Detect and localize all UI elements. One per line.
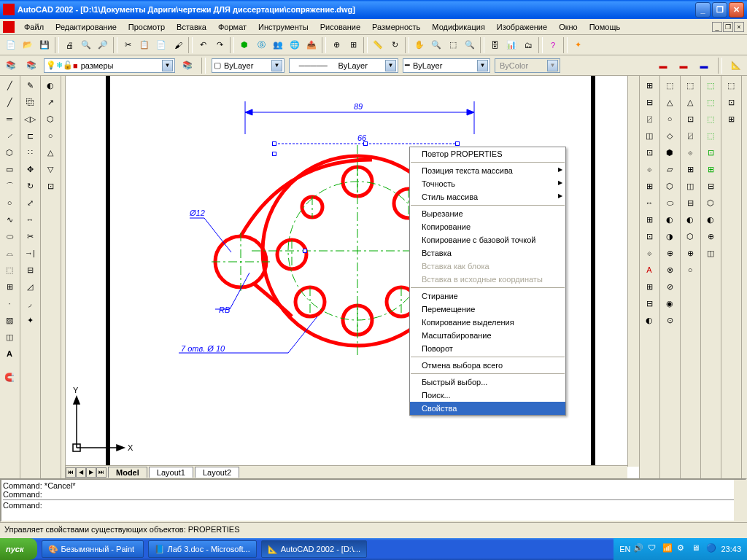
r4h[interactable]: ⬡ [703,195,719,211]
tab-next[interactable]: ▶ [86,467,96,478]
drawing-canvas[interactable]: 89 66 [66,76,639,478]
r2o[interactable]: ⊙ [662,312,678,328]
layer-prev-icon[interactable]: 📚 [23,58,39,74]
cm-copy[interactable]: Копирование [410,220,565,233]
r2d[interactable]: ◇ [662,128,678,144]
menu-edit[interactable]: Редактирование [50,21,122,33]
print-button[interactable]: 🖨 [61,37,77,53]
tracking-button[interactable]: ⊕ [328,37,344,53]
r1i[interactable]: ⊞ [641,211,657,228]
r4a[interactable]: ⬚ [703,77,719,93]
m2b-icon[interactable]: ↗ [42,94,58,110]
r1n[interactable]: ⊟ [641,295,657,311]
erase-icon[interactable]: ✎ [22,77,38,93]
chamfer-icon[interactable]: ◿ [22,279,38,295]
ucs-button[interactable]: ⊞ [345,37,361,53]
line-icon[interactable]: ╱ [1,77,18,93]
spline-icon[interactable]: ∿ [1,211,18,228]
cm-copysel[interactable]: Копирование выделения [410,316,565,329]
mdi-minimize[interactable]: _ [712,22,722,32]
adc-button[interactable]: 🗂 [520,37,536,53]
maximize-button[interactable]: ❐ [712,2,727,18]
tray-icon[interactable]: 📶 [662,543,674,555]
magnet-icon[interactable]: 🧲 [1,369,18,385]
r4d[interactable]: ⬚ [703,128,719,144]
r1l[interactable]: A [641,262,657,278]
menu-file[interactable]: Файл [19,21,49,33]
menu-modify[interactable]: Модификация [427,21,490,33]
copy-icon[interactable]: ⿻ [22,94,38,110]
break-icon[interactable]: ⊟ [22,262,38,278]
makeblock-icon[interactable]: ⊞ [1,279,18,295]
grip-handle[interactable] [455,141,460,146]
xline-icon[interactable]: ╱ [1,94,18,110]
mdi-doc-icon[interactable] [3,21,15,33]
trim-icon[interactable]: ✂ [22,228,38,244]
dimstyle-icon[interactable]: 📐 [728,58,744,74]
dim2-icon[interactable]: ▬ [676,58,692,74]
r1c[interactable]: ⍁ [641,111,657,127]
r1m[interactable]: ⊞ [641,279,657,295]
r4k[interactable]: ◫ [703,245,719,261]
m2d-icon[interactable]: ○ [42,128,58,144]
dropdown-arrow-icon[interactable]: ▼ [477,60,488,71]
m2a-icon[interactable]: ◐ [42,77,58,93]
explode-icon[interactable]: ✦ [22,312,38,328]
region-icon[interactable]: ◫ [1,329,18,345]
r2h[interactable]: ⬭ [662,195,678,211]
text-icon[interactable]: A [1,346,18,362]
r1k[interactable]: ⟐ [641,245,657,261]
stretch-icon[interactable]: ↔ [22,211,38,228]
task-paint[interactable]: 🎨Безымянный - Paint [42,540,144,558]
cm-deselect[interactable]: Отмена выбора всего [410,359,565,372]
cm-qselect[interactable]: Быстрый выбор... [410,376,565,389]
grip-handle[interactable] [363,141,368,146]
lang-indicator[interactable]: EN [619,545,630,553]
redo-button[interactable]: ↷ [212,37,228,53]
zoomrt-button[interactable]: 🔍 [428,37,444,53]
cm-erase[interactable]: Стирание [410,289,565,303]
r2k[interactable]: ⊕ [662,245,678,261]
r3f[interactable]: ⊞ [682,161,698,177]
r3e[interactable]: ⟐ [682,144,698,160]
find-button[interactable]: 🔎 [95,37,111,53]
task-word[interactable]: 📘Лаб 3.doc - Microsoft... [148,540,257,558]
rotate-icon[interactable]: ↻ [22,178,38,194]
save-button[interactable]: 💾 [36,37,53,53]
r2i[interactable]: ◐ [662,211,678,228]
cm-rotate[interactable]: Поворот [410,342,565,355]
help-button[interactable]: ? [545,37,561,53]
active-assist[interactable]: ✦ [570,37,586,53]
command-line[interactable]: Command: *Cancel* Command: Command: [0,478,747,522]
r1f[interactable]: ⟐ [641,161,657,177]
r1h[interactable]: ↔ [641,195,657,211]
tray-icon[interactable]: 🔵 [706,543,718,555]
zoomwin-button[interactable]: ⬚ [445,37,461,53]
cmd-scrollbar[interactable] [734,480,746,521]
close-button[interactable]: ✕ [729,2,744,18]
cm-precision[interactable]: Точность [410,177,565,190]
open-button[interactable]: 📂 [20,37,36,53]
scale-icon[interactable]: ⤢ [22,195,38,211]
ellipse-icon[interactable]: ⬭ [1,228,18,244]
properties-button[interactable]: 📊 [503,37,519,53]
menu-dimension[interactable]: Размерность [367,21,425,33]
color-dropdown[interactable]: ▢ByLayer ▼ [212,58,285,73]
r4c[interactable]: ⬚ [703,111,719,127]
publish-button[interactable]: 🌐 [287,37,303,53]
r2j[interactable]: ◑ [662,228,678,244]
point-icon[interactable]: · [1,295,18,311]
cm-properties[interactable]: Свойства [410,402,565,415]
r2c[interactable]: ○ [662,111,678,127]
menu-draw[interactable]: Рисование [315,21,365,33]
r3l[interactable]: ○ [682,262,698,278]
cm-move[interactable]: Перемещение [410,303,565,316]
tab-layout1[interactable]: Layout1 [149,467,193,478]
dropdown-arrow-icon[interactable]: ▼ [162,60,173,71]
r2e[interactable]: ⬢ [662,144,678,160]
r2n[interactable]: ◉ [662,295,678,311]
r3b[interactable]: △ [682,94,698,110]
cm-paste[interactable]: Вставка [410,246,565,260]
layer-dropdown[interactable]: 💡❄🔓■ размеры ▼ [44,58,175,73]
cm-repeat[interactable]: Повтор PROPERTIES [410,147,565,160]
